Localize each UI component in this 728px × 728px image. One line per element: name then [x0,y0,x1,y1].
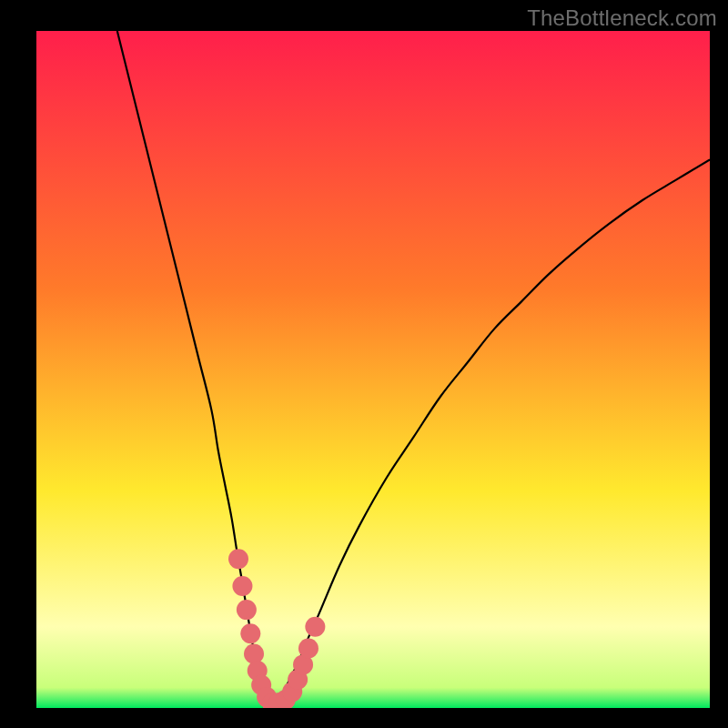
gradient-background [36,31,710,708]
bottleneck-curve-chart [36,31,710,708]
data-marker [244,643,264,663]
data-marker [237,600,257,620]
chart-frame: TheBottleneck.com [0,0,728,728]
plot-area [36,31,710,708]
watermark-text: TheBottleneck.com [527,5,717,31]
data-marker [305,617,325,637]
data-marker [240,623,260,643]
data-marker [232,576,252,596]
data-marker [298,639,318,659]
data-marker [228,549,248,569]
